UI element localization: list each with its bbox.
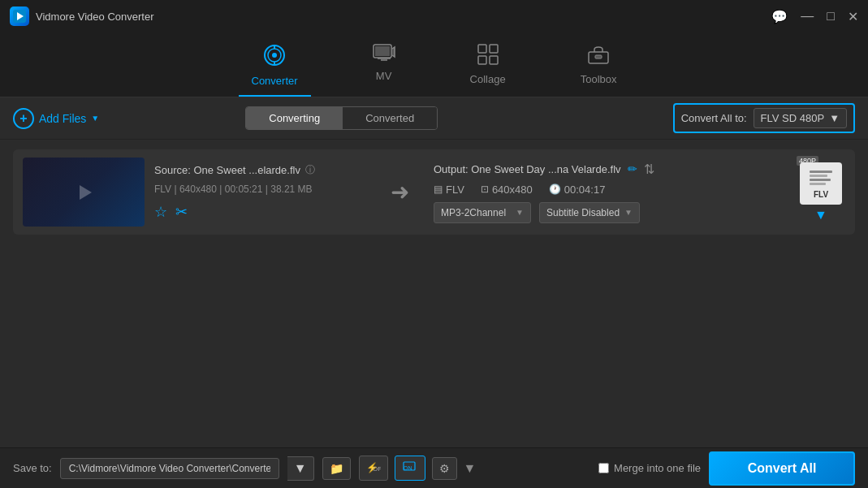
cut-icon[interactable]: ✂ — [175, 203, 188, 221]
window-controls: 💬 — □ ✕ — [771, 9, 858, 24]
main-area: Source: One Sweet ...elarde.flv ⓘ FLV | … — [0, 140, 868, 454]
close-icon[interactable]: ✕ — [848, 9, 858, 24]
toolbar: + Add Files ▼ Converting Converted Conve… — [0, 97, 868, 140]
tab-mv-label: MV — [376, 70, 392, 82]
output-resolution: 640x480 — [492, 184, 533, 196]
subtitle-select[interactable]: Subtitle Disabled ▼ — [539, 202, 640, 223]
app-title: Vidmore Video Converter — [36, 11, 154, 23]
meta-line: FLV | 640x480 | 00:05:21 | 38.21 MB — [154, 184, 365, 195]
speedup-tool-button[interactable]: ⚡ OFF — [359, 456, 388, 481]
audio-channel-value: MP3-2Channel — [441, 207, 506, 218]
action-icons: ☆ ✂ — [154, 203, 365, 221]
video-thumbnail — [23, 158, 145, 227]
open-folder-button[interactable]: 📁 — [322, 457, 351, 480]
status-bar-tools: ⚡ OFF ON ⚙ ▼ — [359, 456, 477, 481]
path-dropdown-arrow[interactable]: ▼ — [287, 456, 314, 481]
convert-all-to-box: Convert All to: FLV SD 480P ▼ — [673, 103, 855, 133]
badge-dropdown-arrow[interactable]: ▼ — [814, 208, 827, 222]
save-to-label: Save to: — [13, 462, 52, 474]
svg-text:OFF: OFF — [373, 465, 381, 473]
output-text: Output: One Sweet Day ...na Velarde.flv — [434, 163, 621, 175]
merge-label-text: Merge into one file — [614, 462, 701, 474]
merge-checkbox-label: Merge into one file — [598, 462, 701, 474]
tab-collage[interactable]: Collage — [457, 39, 519, 97]
resolution-icon: ⊡ — [481, 184, 489, 195]
save-path-input[interactable] — [60, 458, 279, 479]
format-dropdown-arrow: ▼ — [829, 112, 840, 124]
svg-rect-10 — [490, 56, 498, 64]
duration-detail: 🕐 00:04:17 — [549, 184, 606, 196]
audio-dropdown-arrow: ▼ — [516, 208, 524, 217]
add-files-button[interactable]: + Add Files ▼ — [13, 108, 99, 129]
output-line: Output: One Sweet Day ...na Velarde.flv … — [434, 162, 787, 177]
edit-icon[interactable]: ✏ — [628, 162, 637, 175]
add-files-dropdown-arrow[interactable]: ▼ — [91, 114, 99, 123]
info-icon[interactable]: ⓘ — [305, 163, 315, 177]
star-icon[interactable]: ☆ — [154, 203, 167, 221]
svg-rect-7 — [478, 45, 486, 53]
svg-point-4 — [272, 53, 277, 58]
svg-marker-13 — [80, 185, 92, 200]
clock-icon: 🕐 — [549, 184, 561, 195]
tab-toolbox-label: Toolbox — [581, 73, 617, 85]
badge-format-text: FLV — [814, 190, 828, 199]
hardware-tool-button[interactable]: ON — [395, 456, 425, 481]
merge-checkbox[interactable] — [598, 463, 609, 473]
subtitle-value: Subtitle Disabled — [546, 207, 620, 218]
plus-circle-icon: + — [13, 108, 34, 129]
add-files-label: Add Files — [39, 112, 86, 125]
output-area: Output: One Sweet Day ...na Velarde.flv … — [434, 162, 787, 223]
tab-converter[interactable]: Converter — [239, 39, 311, 97]
film-icon: ▤ — [434, 184, 443, 195]
format-badge: FLV — [800, 162, 842, 205]
tab-collage-label: Collage — [470, 73, 506, 85]
output-dropdowns: MP3-2Channel ▼ Subtitle Disabled ▼ — [434, 202, 787, 223]
format-badge-area: 480P FLV ▼ — [797, 162, 845, 222]
arrow-icon: ➜ — [391, 179, 409, 205]
svg-rect-6 — [375, 46, 390, 56]
settings-button[interactable]: ⚙ — [432, 457, 457, 480]
format-select[interactable]: FLV SD 480P ▼ — [754, 108, 847, 128]
mv-icon — [373, 44, 395, 67]
file-icon — [806, 167, 836, 188]
tab-mv[interactable]: MV — [360, 39, 408, 97]
convert-all-to-label: Convert All to: — [681, 112, 747, 124]
output-details: ▤ FLV ⊡ 640x480 🕐 00:04:17 — [434, 184, 787, 196]
output-format: FLV — [446, 184, 464, 196]
badge-wrapper: 480P FLV — [800, 162, 842, 205]
sync-icon[interactable]: ⇅ — [644, 162, 654, 177]
audio-channel-select[interactable]: MP3-2Channel ▼ — [434, 202, 531, 223]
nav-tabs: Converter MV Collage — [0, 32, 868, 97]
conversion-tab-group: Converting Converted — [245, 106, 438, 130]
output-duration: 00:04:17 — [564, 184, 606, 196]
format-value: FLV SD 480P — [761, 112, 825, 124]
converter-icon — [263, 44, 286, 71]
svg-rect-12 — [595, 55, 602, 58]
converting-tab[interactable]: Converting — [246, 107, 343, 129]
status-bar: Save to: ▼ 📁 ⚡ OFF ON ⚙ ▼ Merge into one… — [0, 447, 868, 488]
resolution-detail: ⊡ 640x480 — [481, 184, 533, 196]
minimize-icon[interactable]: — — [801, 9, 814, 24]
maximize-icon[interactable]: □ — [827, 9, 835, 24]
convert-all-button[interactable]: Convert All — [709, 451, 855, 486]
thumbnail-inner — [23, 158, 145, 227]
svg-rect-8 — [490, 45, 498, 53]
file-item: Source: One Sweet ...elarde.flv ⓘ FLV | … — [13, 149, 855, 235]
toolbox-icon — [587, 44, 610, 70]
source-line: Source: One Sweet ...elarde.flv ⓘ — [154, 163, 365, 177]
collage-icon — [477, 44, 499, 70]
svg-text:ON: ON — [404, 465, 412, 471]
settings-dropdown-arrow[interactable]: ▼ — [464, 461, 477, 476]
subtitle-dropdown-arrow: ▼ — [624, 208, 633, 217]
format-detail: ▤ FLV — [434, 184, 464, 196]
converted-tab[interactable]: Converted — [343, 107, 437, 129]
svg-rect-9 — [478, 56, 486, 64]
arrow-area: ➜ — [375, 179, 424, 205]
source-text: Source: One Sweet ...elarde.flv — [154, 164, 300, 176]
title-bar: Vidmore Video Converter 💬 — □ ✕ — [0, 0, 868, 32]
tab-toolbox[interactable]: Toolbox — [568, 39, 630, 97]
app-icon — [10, 6, 29, 26]
title-bar-left: Vidmore Video Converter — [10, 6, 154, 26]
chat-icon[interactable]: 💬 — [771, 9, 788, 24]
file-info: Source: One Sweet ...elarde.flv ⓘ FLV | … — [154, 163, 365, 221]
